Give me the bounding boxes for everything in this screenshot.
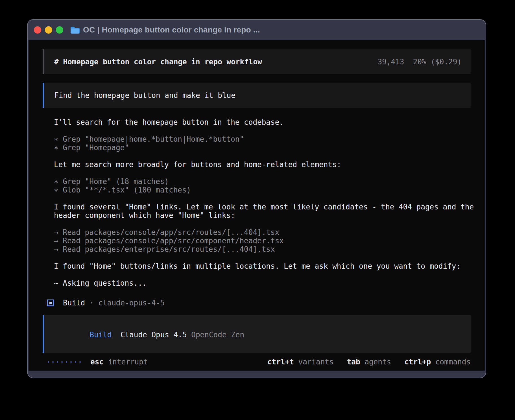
shortcut-key: ctrl+p xyxy=(404,358,431,366)
transcript-line: header component which have "Home" links… xyxy=(54,211,471,220)
shortcut-key: ctrl+t xyxy=(267,358,294,366)
transcript-line: I found several "Home" links. Let me loo… xyxy=(54,203,471,211)
prompt-input[interactable]: BuildClaude Opus 4.5OpenCode Zen xyxy=(43,315,471,353)
window-title: OC | Homepage button color change in rep… xyxy=(83,25,260,34)
model-label[interactable]: Claude Opus 4.5 xyxy=(121,331,187,339)
shortcut-label: commands xyxy=(431,358,471,366)
shortcut-label: variants xyxy=(294,358,334,366)
spinner-dot xyxy=(52,361,54,363)
shortcut-label: agents xyxy=(360,358,391,366)
terminal-window: OC | Homepage button color change in rep… xyxy=(27,19,486,378)
agent-status-line: Build · claude-opus-4-5 xyxy=(47,299,471,307)
provider-label: OpenCode Zen xyxy=(191,331,244,339)
status-bar: esc interrupt ctrl+t variantstab agentsc… xyxy=(43,357,471,367)
session-title: # Homepage button color change in repo w… xyxy=(54,58,262,66)
minimize-button[interactable] xyxy=(45,26,52,34)
agent-name: Build xyxy=(63,299,85,307)
status-bar-shortcuts: ctrl+t variantstab agentsctrl+p commands xyxy=(267,358,471,366)
transcript-line: ~ Asking questions... xyxy=(54,279,471,287)
spinner-dot xyxy=(75,361,76,363)
transcript-line xyxy=(54,126,471,135)
transcript-line: ∗ Grep "Homepage" xyxy=(54,143,471,152)
user-message: Find the homepage button and make it blu… xyxy=(43,83,471,108)
status-bar-left: esc interrupt xyxy=(43,358,148,366)
transcript-line: → Read packages/enterprise/src/routes/[.… xyxy=(54,245,471,253)
transcript-line xyxy=(54,152,471,160)
model-status-line: BuildClaude Opus 4.5OpenCode Zen xyxy=(54,322,461,347)
window-titlebar[interactable]: OC | Homepage button color change in rep… xyxy=(28,20,486,40)
esc-key-label xyxy=(104,358,108,366)
close-button[interactable] xyxy=(34,26,41,34)
agent-model: claude-opus-4-5 xyxy=(98,299,165,307)
folder-icon xyxy=(70,26,80,34)
transcript-line xyxy=(54,253,471,262)
transcript-line: ∗ Grep "Home" (18 matches) xyxy=(54,177,471,186)
spinner-dot xyxy=(61,361,63,363)
transcript-line: → Read packages/console/app/src/routes/[… xyxy=(54,228,471,237)
transcript-line: I found "Home" buttons/links in multiple… xyxy=(54,262,471,270)
transcript-line: → Read packages/console/app/src/componen… xyxy=(54,237,471,245)
terminal-content: # Homepage button color change in repo w… xyxy=(29,40,485,371)
footer-shortcut: tab agents xyxy=(347,358,391,366)
transcript-line: ∗ Grep "homepage|home.*button|Home.*butt… xyxy=(54,135,471,143)
mode-label[interactable]: Build xyxy=(90,331,112,339)
zoom-button[interactable] xyxy=(56,26,63,34)
user-message-text: Find the homepage button and make it blu… xyxy=(54,91,235,100)
esc-key-hint: esc xyxy=(90,358,104,366)
traffic-lights xyxy=(34,26,63,34)
spinner xyxy=(48,361,81,363)
interrupt-label: interrupt xyxy=(108,358,148,366)
spinner-dot xyxy=(57,361,58,363)
shortcut-key: tab xyxy=(347,358,360,366)
build-agent-icon xyxy=(47,299,54,306)
transcript-line xyxy=(54,194,471,203)
transcript-line: I'll search for the homepage button in t… xyxy=(54,118,471,126)
assistant-transcript: I'll search for the homepage button in t… xyxy=(54,118,471,287)
transcript-line xyxy=(54,169,471,177)
spinner-dot xyxy=(66,361,67,363)
spinner-dot xyxy=(70,361,72,363)
agent-separator: · xyxy=(85,299,98,307)
footer-shortcut: ctrl+p commands xyxy=(404,358,471,366)
transcript-line: Let me search more broadly for buttons a… xyxy=(54,160,471,169)
transcript-line: ∗ Glob "**/*.tsx" (100 matches) xyxy=(54,186,471,194)
session-header: # Homepage button color change in repo w… xyxy=(43,49,471,74)
footer-shortcut: ctrl+t variants xyxy=(267,358,334,366)
transcript-line xyxy=(54,220,471,228)
spinner-dot xyxy=(48,361,49,363)
transcript-line xyxy=(54,270,471,279)
session-stats: 39,413 20% ($0.29) xyxy=(378,58,462,66)
spinner-dot xyxy=(79,361,81,363)
